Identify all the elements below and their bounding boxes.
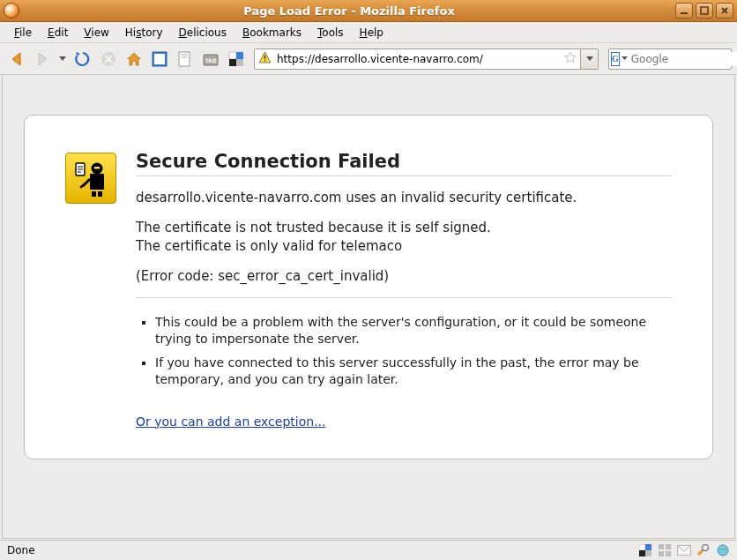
svg-rect-31 — [659, 551, 664, 556]
svg-rect-26 — [645, 544, 651, 550]
close-button[interactable] — [716, 3, 733, 19]
menu-help[interactable]: Help — [353, 24, 391, 41]
menu-file[interactable]: File — [7, 24, 39, 41]
google-engine-icon[interactable]: G — [611, 52, 620, 66]
search-engine-dropdown[interactable] — [622, 56, 628, 61]
svg-rect-13 — [229, 59, 236, 66]
warning-icon — [258, 51, 272, 66]
searchbar[interactable]: G — [608, 49, 732, 70]
svg-rect-14 — [236, 59, 243, 66]
menu-history[interactable]: History — [118, 24, 170, 41]
window-controls — [675, 3, 733, 19]
menu-bookmarks[interactable]: Bookmarks — [235, 24, 309, 41]
svg-rect-12 — [236, 52, 243, 59]
svg-point-34 — [703, 545, 709, 551]
nav-history-dropdown[interactable] — [56, 48, 69, 71]
back-button[interactable] — [5, 48, 28, 71]
delicious-icon[interactable] — [225, 48, 248, 71]
menu-tools[interactable]: Tools — [310, 24, 351, 41]
ssl-error-icon — [65, 153, 116, 204]
delicious-status-icon[interactable] — [638, 543, 652, 557]
svg-rect-7 — [181, 56, 188, 56]
reload-button[interactable] — [71, 48, 94, 71]
svg-rect-21 — [90, 174, 104, 190]
svg-rect-16 — [264, 60, 265, 61]
svg-rect-28 — [645, 550, 651, 556]
svg-rect-15 — [264, 56, 265, 60]
search-input[interactable] — [629, 52, 737, 66]
status-icons — [638, 543, 730, 557]
firefox-icon — [4, 3, 19, 19]
svg-rect-6 — [181, 54, 188, 55]
status-text: Done — [7, 544, 638, 556]
svg-rect-0 — [681, 12, 688, 14]
menu-delicious[interactable]: Delicious — [172, 24, 234, 41]
globe-status-icon[interactable] — [716, 543, 730, 557]
feeds-icon[interactable] — [148, 48, 171, 71]
svg-rect-25 — [639, 544, 645, 550]
error-line-invalid-cert: desarrollo.vicente-navarro.com uses an i… — [136, 189, 672, 206]
svg-rect-24 — [98, 191, 102, 197]
error-line-valid-for: The certificate is only valid for telema… — [136, 238, 402, 254]
tag-icon[interactable]: TAG — [199, 48, 222, 71]
svg-rect-29 — [659, 544, 664, 549]
menu-view[interactable]: View — [77, 24, 115, 41]
minimize-button[interactable] — [675, 3, 693, 19]
menubar: File Edit View History Delicious Bookmar… — [0, 22, 737, 43]
error-page-card: Secure Connection Failed desarrollo.vice… — [24, 115, 713, 459]
urlbar-dropdown[interactable] — [581, 49, 599, 70]
error-advice-item: This could be a problem with the server'… — [155, 314, 672, 347]
url-input[interactable] — [275, 52, 561, 66]
mail-status-icon[interactable] — [677, 543, 691, 557]
home-button[interactable] — [123, 48, 145, 71]
navigation-toolbar: TAG G — [0, 43, 737, 75]
error-code: (Error code: sec_error_ca_cert_invalid) — [136, 267, 672, 285]
error-line-self-signed: The certificate is not trusted because i… — [136, 220, 491, 235]
forward-button[interactable] — [31, 48, 54, 71]
svg-rect-32 — [666, 551, 671, 556]
add-exception-link[interactable]: Or you can add an exception... — [136, 414, 325, 429]
svg-text:TAG: TAG — [205, 57, 216, 63]
window-titlebar: Page Load Error - Mozilla Firefox — [0, 0, 737, 22]
urlbar-container — [254, 49, 599, 70]
svg-point-35 — [718, 545, 728, 556]
svg-rect-23 — [92, 191, 96, 197]
urlbar[interactable] — [254, 49, 581, 70]
network-status-icon[interactable] — [658, 543, 672, 557]
svg-rect-8 — [181, 57, 188, 58]
error-advice-item: If you have connected to this server suc… — [155, 355, 672, 388]
svg-rect-20 — [94, 167, 100, 169]
error-title: Secure Connection Failed — [136, 151, 672, 176]
settings-status-icon[interactable] — [696, 543, 711, 557]
menu-edit[interactable]: Edit — [41, 24, 75, 41]
error-advice-list: This could be a problem with the server'… — [136, 314, 672, 388]
statusbar: Done — [0, 540, 737, 560]
svg-rect-27 — [639, 550, 645, 556]
svg-rect-1 — [701, 7, 708, 14]
bookmark-star-icon[interactable] — [564, 51, 577, 66]
page-icon[interactable] — [174, 48, 197, 71]
svg-rect-4 — [154, 54, 165, 64]
stop-button[interactable] — [97, 48, 120, 71]
svg-rect-30 — [666, 544, 671, 549]
svg-rect-11 — [229, 52, 236, 59]
maximize-button[interactable] — [696, 3, 713, 19]
browser-content: Secure Connection Failed desarrollo.vice… — [2, 76, 735, 539]
window-title: Page Load Error - Mozilla Firefox — [23, 4, 675, 18]
